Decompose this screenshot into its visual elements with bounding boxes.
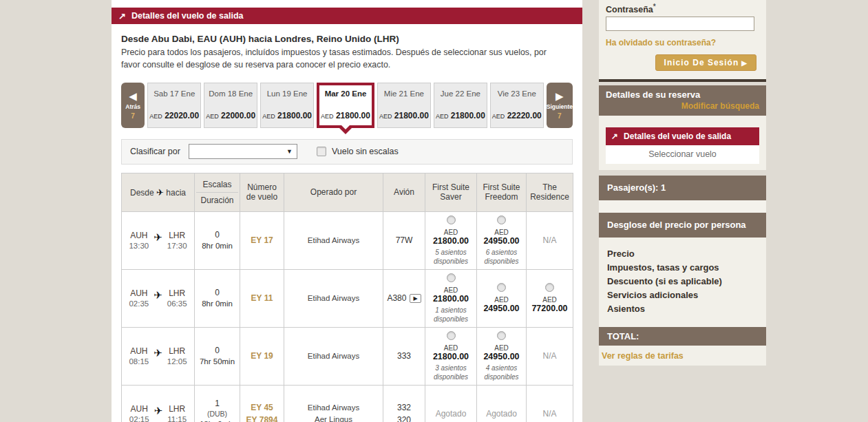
route-cell: AUH02:15✈LHR11:15 [122,385,195,422]
arrow-up-right-icon: ↗ [118,11,126,21]
duration: 13hr 0min [197,419,237,422]
breakdown-item: Impuestos, tasas y cargos [607,261,758,275]
origin: AUH02:15 [129,404,149,422]
fare-currency: AED [529,296,571,304]
flight-row: AUH08:15✈LHR12:0507hr 50minEY 19Etihad A… [122,327,573,385]
password-field[interactable] [606,17,754,31]
col-the-residence: The Residence [527,173,573,211]
date-navigation: ◀ Atrás 7 Sab 17 EneAED 22020.00Dom 18 E… [121,83,573,128]
fare-radio[interactable] [497,215,506,224]
fare-price: 24950.00 [479,304,524,313]
reservation-details-body: ↗ Detalles del vuelo de salida Seleccion… [599,116,766,170]
origin-code: AUH [129,346,149,356]
date-tabs: Sab 17 EneAED 22020.00Dom 18 EneAED 2200… [147,83,543,128]
plane-icon: ✈ [154,231,162,244]
not-available-label: N/A [542,235,556,245]
fare-price: 24950.00 [479,236,524,246]
date-tab[interactable]: Sab 17 EneAED 22020.00 [147,83,201,128]
seats-available-label: 4 asientos disponibles [479,363,524,381]
col-operated-by: Operado por [284,173,383,211]
date-tab[interactable]: Vie 23 EneAED 22220.00 [490,83,544,128]
nonstop-checkbox[interactable] [317,147,326,156]
operator-cell: Etihad Airways [284,269,383,327]
route-cell: AUH08:15✈LHR12:05 [122,327,195,385]
chevron-right-icon: ▶ [555,91,564,101]
flight-row: AUH02:35✈LHR06:3508hr 0minEY 11Etihad Ai… [122,269,573,327]
flight-number: EY 19 [242,350,282,362]
operator-name: Etihad Airways [286,235,381,246]
tab-price-label: AED 21800.00 [262,111,312,120]
fare-currency: AED [479,229,524,236]
breakdown-item: Asientos [607,302,758,316]
fare-radio[interactable] [447,273,456,282]
flight-row: AUH02:15✈LHR11:151(DUB)13hr 0minEY 45EY … [122,385,573,422]
tab-date-label: Mar 20 Ene [321,89,370,98]
date-tab[interactable]: Jue 22 EneAED 21800.00 [434,83,487,128]
route: AUH02:35✈LHR06:35 [124,288,192,308]
fare-radio[interactable] [447,215,456,224]
date-tab[interactable]: Lun 19 EneAED 21800.00 [260,83,314,128]
stops-duration-cell: 08hr 0min [195,269,240,327]
arrival-time: 06:35 [167,299,187,308]
flight-number-cell: EY 11 [240,269,284,327]
duration: 8hr 0min [197,241,237,251]
route: AUH02:15✈LHR11:15 [124,404,192,422]
nonstop-label: Vuelo sin escalas [332,147,399,156]
plane-icon: ✈ [154,289,162,302]
col-route: Desde ✈ hacia [122,173,195,211]
destination-code: LHR [167,346,187,356]
departure-time: 02:35 [129,299,149,308]
modify-search-link[interactable]: Modificar búsqueda [606,101,759,111]
operator-name: Aer Lingus [286,414,381,422]
passengers-bar: Pasajero(s): 1 [599,176,766,200]
fare-radio[interactable] [497,283,506,292]
sort-select[interactable]: ▼ [189,144,297,159]
currency-label: AED [436,113,449,120]
stops-count: 0 [197,230,237,241]
operator-cell: Etihad AirwaysAer Lingus [284,385,383,422]
plane-icon: ✈ [154,347,162,359]
first-suite-freedom-cell: Agotado [477,385,527,422]
arrow-right-icon: ▶ [741,59,748,67]
destination-code: LHR [167,404,187,414]
aircraft-type: 320 [385,414,423,422]
destination: LHR06:35 [167,288,187,308]
stops-duration-cell: 08hr 0min [195,211,240,269]
fare-radio[interactable] [497,331,506,340]
login-panel: Contraseña* Ha olvidado su contraseña? I… [599,0,766,82]
currency-label: AED [492,113,505,120]
price-breakdown-list: PrecioImpuestos, tasas y cargosDescuento… [599,238,766,327]
total-bar: TOTAL: [599,327,766,346]
flight-number: EY 7894 [242,414,282,422]
aircraft-type: 332 [385,401,423,414]
flight-number: EY 11 [242,292,282,304]
fare-radio[interactable] [545,283,554,292]
date-tab[interactable]: Mar 20 EneAED 21800.00 [317,83,374,128]
fare-currency: AED [479,344,524,352]
next-dates-button[interactable]: ▶ Siguiente 7 [547,83,573,128]
aircraft-video-button[interactable]: ▶ [410,294,421,303]
login-button[interactable]: Inicio De Sesión▶ [655,54,756,71]
seats-available-label: 6 asientos disponibles [479,248,524,266]
col-stops-duration: Escalas Duración [195,173,240,211]
forgot-password-link[interactable]: Ha olvidado su contraseña? [606,38,756,48]
origin-code: AUH [129,288,149,298]
date-tab[interactable]: Dom 18 EneAED 22000.00 [204,83,257,128]
prev-dates-button[interactable]: ◀ Atrás 7 [121,83,145,128]
filter-bar: Clasificar por ▼ Vuelo sin escalas [121,139,573,165]
operator-cell: Etihad Airways [284,327,383,385]
price-amount: 21800.00 [394,111,429,120]
date-tab[interactable]: Mie 21 EneAED 21800.00 [377,83,431,128]
breakdown-item: Servicios adicionales [607,288,758,302]
tab-price-label: AED 22000.00 [206,111,255,120]
required-asterisk: * [653,3,656,10]
sort-label: Clasificar por [130,147,180,156]
aircraft-cell: A380▶ [383,269,425,327]
the-residence-cell: AED77200.00 [527,269,573,327]
sidebar: Contraseña* Ha olvidado su contraseña? I… [599,0,766,366]
aircraft-cell: 333 [383,327,425,385]
flight-number-cell: EY 17 [240,211,284,269]
the-residence-cell: N/A [527,385,573,422]
fare-radio[interactable] [447,331,456,340]
fare-rules-link[interactable]: Ver reglas de tarifas [600,351,684,361]
